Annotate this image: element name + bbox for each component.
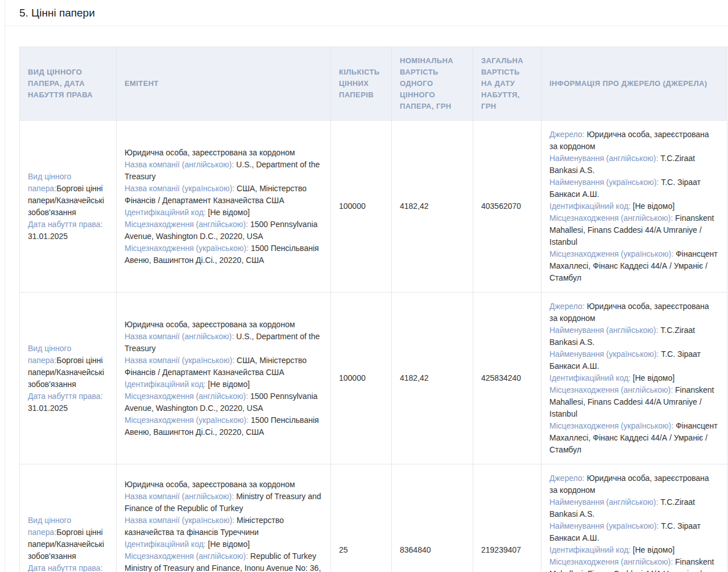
field-line: Найменування (українською): Т.С. Зіраат … (549, 520, 719, 544)
field-value: 31.01.2025 (28, 232, 68, 241)
field-label: Ідентифікаційний код: (549, 545, 631, 554)
field-label: Місцезнаходження (українською): (125, 415, 249, 425)
field-label: Назва компанії (англійською): (125, 492, 234, 501)
field-line: Вид цінного папера:Боргові цінні папери/… (28, 515, 108, 562)
field-label: Місцезнаходження (українською): (549, 249, 673, 258)
field-line: Місцезнаходження (українською): 1500 Пен… (125, 414, 322, 438)
quantity-cell: 25 (331, 464, 392, 572)
field-label: Місцезнаходження (англійською): (125, 392, 248, 401)
field-line: Місцезнаходження (українською): 1500 Пен… (125, 242, 322, 266)
field-line: Найменування (українською): Т.С. Зіраат … (549, 176, 719, 200)
field-line: Місцезнаходження (українською): Фінансце… (549, 420, 719, 456)
field-line: Дата набуття права: 31.01.2025 (28, 219, 108, 242)
header-security-type: Вид цінного папера, дата набуття права (20, 47, 117, 121)
securities-section: 5. Цінні папери Вид цінного папера, дата… (5, 0, 728, 572)
field-label: Найменування (українською): (549, 521, 659, 530)
field-label: Місцезнаходження (англійською): (125, 220, 248, 229)
table-row: Вид цінного папера:Боргові цінні папери/… (20, 293, 727, 464)
field-line: Місцезнаходження (англійською): Republic… (125, 550, 322, 572)
field-line: Ідентифікаційний код: [Не відомо] (125, 207, 322, 219)
field-label: Місцезнаходження (українською): (125, 244, 249, 253)
field-label: Джерело: (549, 474, 585, 483)
field-label: Місцезнаходження (англійською): (549, 557, 673, 566)
table-row: Вид цінного папера:Боргові цінні папери/… (20, 464, 727, 572)
security-type-cell: Вид цінного папера:Боргові цінні папери/… (20, 293, 117, 464)
nominal-value-cell: 4182,42 (392, 293, 473, 464)
field-label: Найменування (українською): (549, 178, 659, 187)
field-value: [Не відомо] (208, 540, 250, 549)
table-header: Вид цінного папера, дата набуття права Е… (20, 47, 727, 121)
field-label: Джерело: (549, 302, 585, 311)
field-value: Юридична особа, зареєстрована за кордоно… (125, 480, 295, 489)
field-label: Джерело: (549, 130, 585, 139)
field-value: [Не відомо] (633, 545, 675, 554)
header-total-value: Загальна вартість на дату набуття, грн (473, 47, 541, 121)
table-row: Вид цінного папера:Боргові цінні папери/… (20, 121, 727, 293)
field-label: Ідентифікаційний код: (125, 540, 206, 549)
field-line: Назва компанії (українською): США, Мініс… (125, 355, 322, 378)
field-line: Назва компанії (українською): Міністерст… (125, 515, 322, 538)
security-type-cell: Вид цінного папера:Боргові цінні папери/… (20, 464, 117, 572)
total-value-cell: 425834240 (473, 293, 541, 464)
field-label: Ідентифікаційний код: (125, 380, 206, 389)
field-label: Ідентифікаційний код: (549, 373, 631, 382)
field-line: Назва компанії (англійською): Ministry o… (125, 491, 322, 515)
nominal-value-cell: 4182,42 (392, 121, 473, 293)
field-label: Назва компанії (англійською): (125, 332, 234, 341)
page-title: 5. Цінні папери (19, 7, 95, 19)
securities-table: Вид цінного папера, дата набуття права Е… (19, 47, 727, 572)
field-line: Місцезнаходження (українською): Фінансце… (549, 248, 719, 284)
field-line: Дата набуття права: 31.01.2025 (28, 390, 108, 414)
section-title-strip: 5. Цінні папери (5, 0, 728, 26)
field-label: Дата набуття права: (28, 220, 103, 229)
issuer-cell: Юридична особа, зареєстрована за кордоно… (117, 293, 331, 464)
field-line: Ідентифікаційний код: [Не відомо] (549, 200, 719, 212)
source-info-cell: Джерело: Юридична особа, зареєстрована з… (541, 293, 727, 464)
field-label: Місцезнаходження (англійською): (549, 213, 673, 223)
field-line: Ідентифікаційний код: [Не відомо] (125, 378, 322, 390)
field-line: Юридична особа, зареєстрована за кордоно… (125, 319, 322, 331)
field-label: Назва компанії (українською): (125, 516, 234, 525)
nominal-value-cell: 8364840 (392, 464, 473, 572)
field-label: Найменування (англійською): (549, 497, 658, 507)
field-label: Місцезнаходження (українською): (549, 421, 673, 430)
field-line: Місцезнаходження (англійською): Finanske… (549, 384, 719, 420)
header-source-info: Інформація про джерело (джерела) (541, 47, 727, 121)
field-label: Ідентифікаційний код: (125, 208, 206, 217)
field-line: Найменування (англійською): T.C.Ziraat B… (549, 153, 719, 176)
field-value: 31.01.2025 (28, 404, 68, 413)
field-line: Ідентифікаційний код: [Не відомо] (125, 538, 322, 550)
field-label: Найменування (англійською): (549, 154, 658, 163)
field-line: Назва компанії (англійською): U.S., Depa… (125, 159, 322, 183)
field-label: Місцезнаходження (англійською): (125, 552, 248, 561)
field-line: Назва компанії (англійською): U.S., Depa… (125, 331, 322, 355)
field-value: [Не відомо] (208, 380, 250, 389)
quantity-cell: 100000 (331, 293, 392, 464)
field-value: [Не відомо] (633, 201, 675, 211)
field-label: Дата набуття права: (28, 563, 103, 572)
field-line: Найменування (англійською): T.C.Ziraat B… (549, 496, 719, 520)
table-header-row: Вид цінного папера, дата набуття права Е… (20, 47, 727, 121)
field-value: [Не відомо] (633, 373, 675, 382)
field-value: Юридична особа, зареєстрована за кордоно… (125, 320, 295, 329)
field-line: Ідентифікаційний код: [Не відомо] (549, 544, 719, 556)
field-line: Ідентифікаційний код: [Не відомо] (549, 372, 719, 384)
field-label: Назва компанії (українською): (125, 184, 234, 193)
securities-table-body: Вид цінного папера:Боргові цінні папери/… (20, 121, 727, 572)
issuer-cell: Юридична особа, зареєстрована за кордоно… (117, 464, 331, 572)
field-label: Найменування (англійською): (549, 326, 658, 335)
field-label: Ідентифікаційний код: (549, 201, 631, 211)
field-line: Дата набуття права: 31.01.2025 (28, 562, 108, 572)
security-type-cell: Вид цінного папера:Боргові цінні папери/… (20, 121, 117, 293)
field-label: Назва компанії (українською): (125, 356, 234, 365)
field-line: Джерело: Юридична особа, зареєстрована з… (549, 129, 719, 153)
field-label: Дата набуття права: (28, 392, 103, 401)
total-value-cell: 403562070 (473, 121, 541, 293)
total-value-cell: 219239407 (473, 464, 541, 572)
source-info-cell: Джерело: Юридична особа, зареєстрована з… (541, 121, 727, 293)
field-line: Джерело: Юридична особа, зареєстрована з… (549, 301, 719, 324)
field-line: Місцезнаходження (англійською): 1500 Pen… (125, 219, 322, 242)
header-nominal-value: Номінальна вартість одного цінного папер… (392, 47, 473, 121)
source-info-cell: Джерело: Юридична особа, зареєстрована з… (541, 464, 727, 572)
header-quantity: Кількість цінних паперів (331, 47, 392, 121)
